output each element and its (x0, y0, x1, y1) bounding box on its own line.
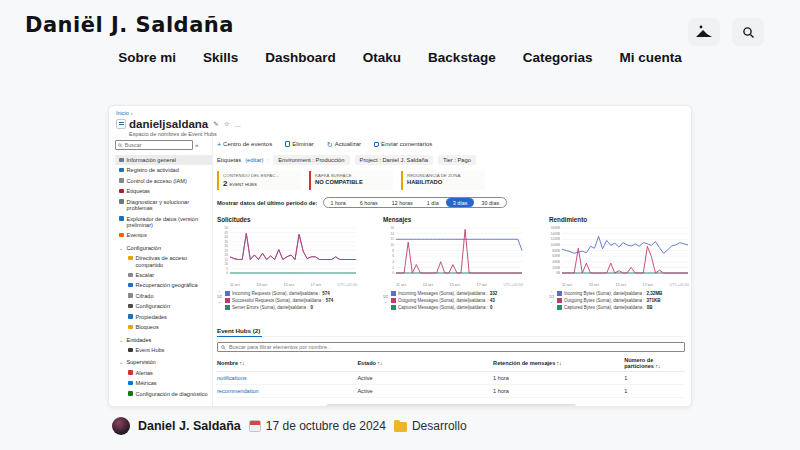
sidebar-item[interactable]: Cifrado (115, 291, 212, 301)
period-option[interactable]: 30 días (474, 198, 506, 207)
sidebar-item[interactable]: ⌄Entidades (115, 335, 212, 345)
svg-text:35: 35 (224, 240, 228, 244)
sidebar-item[interactable]: Configuración (115, 301, 212, 311)
breadcrumb[interactable]: Inicio › (116, 110, 685, 116)
sidebar-item[interactable]: Event Hubs (115, 345, 212, 355)
legend-pager[interactable]: 1/2 (549, 291, 554, 310)
period-option[interactable]: 1 hora (324, 198, 353, 207)
sidebar-search[interactable] (115, 140, 193, 150)
breadcrumb-home[interactable]: Inicio (116, 110, 129, 116)
sidebar-item[interactable]: Explorador de datos (versión preliminar) (115, 214, 212, 231)
period-option[interactable]: 12 horas (385, 198, 420, 207)
nav-mi-cuenta[interactable]: Mi cuenta (619, 50, 681, 65)
tags-edit-link[interactable]: (editar) (245, 157, 263, 163)
toolbar-feedback-button[interactable]: Enviar comentarios (374, 141, 432, 147)
search-icon (221, 345, 226, 350)
post-category-item[interactable]: Desarrollo (394, 419, 467, 433)
more-ellipsis-icon[interactable]: … (235, 121, 242, 128)
tag-pill[interactable]: Tier : Pago (438, 155, 476, 165)
sidebar-item[interactable]: Bloqueos (115, 322, 212, 332)
sidebar-item[interactable]: Registro de actividad (115, 165, 212, 175)
sidebar-item-label: Supervisión (127, 359, 156, 365)
legend-item[interactable]: Successful Requests (Suma), danieljsalda… (225, 298, 333, 303)
event-hubs-filter[interactable] (217, 342, 685, 352)
column-particiones[interactable]: Número de particiones↑↓ (624, 357, 685, 369)
chevron-down-icon[interactable] (550, 300, 553, 304)
nav-otaku[interactable]: Otaku (363, 50, 401, 65)
toolbar-trash-button[interactable]: Eliminar (285, 141, 314, 147)
post-category[interactable]: Desarrollo (412, 419, 467, 433)
post-screenshot-card[interactable]: Inicio › danieljsaldana ✎ ☆ … Espacio de… (108, 105, 692, 407)
nav-backstage[interactable]: Backstage (428, 50, 496, 65)
sidebar-item[interactable]: ⌄Supervisión (115, 357, 212, 367)
chevron-down-icon[interactable] (218, 300, 221, 304)
horizontal-scrollbar[interactable] (326, 404, 576, 407)
period-option[interactable]: 3 días (446, 198, 475, 207)
table-row[interactable]: recommendationActive1 hora1 (217, 385, 685, 398)
legend-item[interactable]: Server Errors (Suma), danieljsaldana :0 (225, 305, 333, 310)
sidebar-item[interactable]: Propiedades (115, 312, 212, 322)
tags-row: Etiquetas (editar) : Environment : Produ… (217, 155, 685, 165)
column-nombre[interactable]: Nombre↑↓ (217, 360, 357, 366)
sidebar-item[interactable]: Información general (115, 155, 212, 165)
nav-dashboard[interactable]: Dashboard (265, 50, 336, 65)
mountain-button[interactable] (688, 18, 720, 46)
sort-icon[interactable]: ↑↓ (239, 360, 245, 366)
svg-text:40: 40 (224, 235, 228, 239)
legend-item[interactable]: Incoming Messages (Suma), danieljsaldana… (391, 291, 497, 296)
column-retencion[interactable]: Retención de mensajes↑↓ (493, 360, 624, 366)
svg-text:2: 2 (392, 266, 394, 270)
legend-swatch (391, 291, 396, 296)
chevron-down-icon[interactable] (384, 300, 387, 304)
tag-pill[interactable]: Project : Daniel J. Saldaña (355, 155, 433, 165)
table-row[interactable]: notificationsActive1 hora1 (217, 372, 685, 385)
sidebar-item[interactable]: Control de acceso (IAM) (115, 176, 212, 186)
sidebar-item[interactable]: Métricas (115, 378, 212, 388)
sidebar-item[interactable]: Diagnosticar y solucionar problemas (115, 197, 212, 214)
event-hub-link[interactable]: notifications (217, 375, 357, 381)
sidebar-item[interactable]: Alertas (115, 368, 212, 378)
chart-title: Rendimiento (549, 216, 692, 223)
collapse-sidebar-icon[interactable]: « (195, 142, 198, 148)
svg-text:50: 50 (224, 226, 228, 230)
sidebar-item[interactable]: Configuración de diagnóstico (115, 389, 212, 399)
item-icon (128, 325, 133, 330)
column-estado[interactable]: Estado↑↓ (357, 360, 493, 366)
legend-item[interactable]: Outgoing Bytes (Suma), danieljsaldana :3… (557, 298, 662, 303)
sidebar-item[interactable]: ⌄Configuración (115, 243, 212, 253)
sidebar-search-input[interactable] (125, 142, 190, 148)
tag-pill[interactable]: Environment : Producción (273, 155, 349, 165)
legend-item[interactable]: Incoming Requests (Suma), danieljsaldana… (225, 291, 333, 296)
sidebar-item[interactable]: Recuperación geográfica (115, 280, 212, 290)
legend-item[interactable]: Captured Bytes (Suma), danieljsaldana :0… (557, 305, 662, 310)
legend-swatch (557, 305, 562, 310)
tab-event-hubs[interactable]: Event Hubs (2) (217, 327, 262, 337)
legend-item[interactable]: Captured Messages (Suma), danieljsaldana… (391, 305, 497, 310)
avatar[interactable] (112, 417, 130, 435)
sidebar-item[interactable]: Escalar (115, 270, 212, 280)
sort-icon[interactable]: ↑↓ (377, 360, 383, 366)
nav-skills[interactable]: Skills (203, 50, 238, 65)
period-option[interactable]: 1 día (420, 198, 446, 207)
sort-icon[interactable]: ↑↓ (556, 360, 562, 366)
legend-pager[interactable]: 1/2 (383, 291, 388, 310)
search-button[interactable] (732, 18, 764, 46)
toolbar-refresh-button[interactable]: ↻Actualizar (327, 141, 361, 148)
period-option[interactable]: 6 horas (353, 198, 385, 207)
sort-icon[interactable]: ↑↓ (655, 363, 661, 369)
nav-sobre-mi[interactable]: Sobre mi (118, 50, 176, 65)
sidebar-item[interactable]: Etiquetas (115, 186, 212, 196)
edit-pencil-icon[interactable]: ✎ (213, 120, 218, 128)
post-author[interactable]: Daniel J. Saldaña (138, 419, 241, 433)
event-hubs-filter-input[interactable] (229, 344, 681, 350)
sidebar-item[interactable]: Directivas de acceso compartido (115, 253, 212, 270)
legend-item[interactable]: Incoming Bytes (Suma), danieljsaldana :2… (557, 291, 662, 296)
favorite-star-icon[interactable]: ☆ (224, 120, 230, 128)
toolbar-plus-button[interactable]: +Centro de eventos (217, 141, 272, 148)
nav-categorias[interactable]: Categorias (523, 50, 593, 65)
event-hub-link[interactable]: recommendation (217, 388, 357, 394)
site-logo[interactable]: Daniël J. Saldaña (25, 13, 234, 37)
sidebar-item[interactable]: Eventos (115, 230, 212, 240)
legend-pager[interactable]: 1/2 (217, 291, 222, 310)
legend-item[interactable]: Outgoing Messages (Suma), danieljsaldana… (391, 298, 497, 303)
